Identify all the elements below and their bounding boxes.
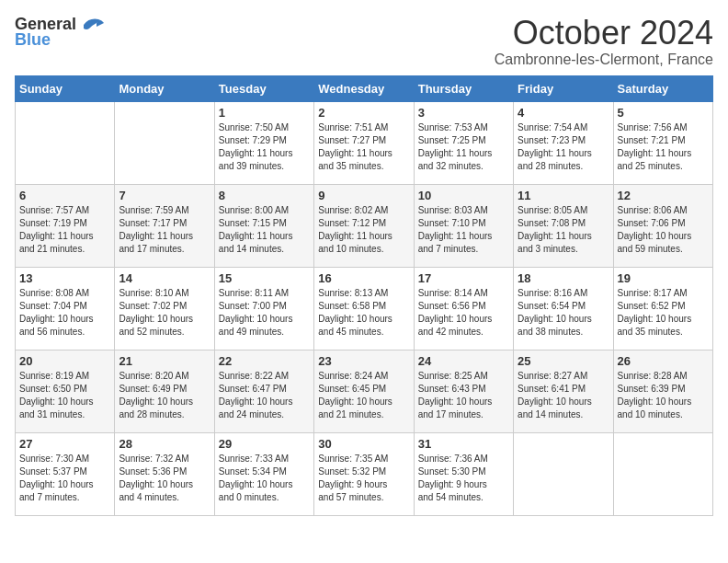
calendar-cell: 8Sunrise: 8:00 AM Sunset: 7:15 PM Daylig…: [214, 184, 313, 267]
calendar-cell: 20Sunrise: 8:19 AM Sunset: 6:50 PM Dayli…: [16, 350, 115, 432]
day-info: Sunrise: 7:53 AM Sunset: 7:25 PM Dayligh…: [418, 121, 509, 173]
day-info: Sunrise: 8:17 AM Sunset: 6:52 PM Dayligh…: [618, 287, 709, 339]
day-info: Sunrise: 8:28 AM Sunset: 6:39 PM Dayligh…: [618, 370, 709, 421]
calendar-cell: 1Sunrise: 7:50 AM Sunset: 7:29 PM Daylig…: [214, 101, 313, 184]
day-number: 18: [518, 271, 609, 285]
day-info: Sunrise: 7:50 AM Sunset: 7:29 PM Dayligh…: [219, 121, 310, 173]
calendar-cell: 9Sunrise: 8:02 AM Sunset: 7:12 PM Daylig…: [314, 184, 414, 267]
header-tuesday: Tuesday: [214, 75, 313, 101]
day-number: 24: [418, 354, 509, 368]
calendar-cell: 11Sunrise: 8:05 AM Sunset: 7:08 PM Dayli…: [514, 184, 613, 267]
calendar-cell: 12Sunrise: 8:06 AM Sunset: 7:06 PM Dayli…: [613, 184, 712, 267]
day-number: 20: [19, 354, 110, 368]
day-info: Sunrise: 7:32 AM Sunset: 5:36 PM Dayligh…: [119, 453, 210, 504]
day-number: 31: [418, 437, 509, 451]
header-saturday: Saturday: [613, 75, 712, 101]
day-number: 11: [518, 189, 609, 202]
calendar-cell: 22Sunrise: 8:22 AM Sunset: 6:47 PM Dayli…: [214, 350, 313, 432]
month-title: October 2024: [495, 15, 713, 52]
day-number: 16: [318, 271, 409, 285]
day-number: 28: [119, 437, 210, 451]
page-header: General Blue October 2024 Cambronne-les-…: [15, 15, 713, 68]
calendar-cell: 13Sunrise: 8:08 AM Sunset: 7:04 PM Dayli…: [16, 267, 115, 350]
day-info: Sunrise: 8:11 AM Sunset: 7:00 PM Dayligh…: [219, 287, 310, 339]
calendar-cell: 3Sunrise: 7:53 AM Sunset: 7:25 PM Daylig…: [414, 101, 513, 184]
calendar-cell: [115, 101, 214, 184]
header-sunday: Sunday: [16, 75, 115, 101]
day-number: 2: [318, 106, 409, 120]
calendar-cell: 6Sunrise: 7:57 AM Sunset: 7:19 PM Daylig…: [16, 184, 115, 267]
calendar-table: SundayMondayTuesdayWednesdayThursdayFrid…: [15, 75, 713, 516]
title-section: October 2024 Cambronne-les-Clermont, Fra…: [495, 15, 713, 68]
calendar-cell: 31Sunrise: 7:36 AM Sunset: 5:30 PM Dayli…: [414, 432, 513, 515]
calendar-cell: 29Sunrise: 7:33 AM Sunset: 5:34 PM Dayli…: [214, 432, 313, 515]
header-monday: Monday: [115, 75, 214, 101]
calendar-cell: 5Sunrise: 7:56 AM Sunset: 7:21 PM Daylig…: [613, 101, 712, 184]
logo-blue-text: Blue: [15, 30, 51, 50]
day-number: 17: [418, 271, 509, 285]
week-row-3: 13Sunrise: 8:08 AM Sunset: 7:04 PM Dayli…: [16, 267, 713, 350]
day-number: 10: [418, 189, 509, 202]
day-number: 30: [318, 437, 409, 451]
calendar-cell: 19Sunrise: 8:17 AM Sunset: 6:52 PM Dayli…: [613, 267, 712, 350]
day-info: Sunrise: 8:08 AM Sunset: 7:04 PM Dayligh…: [19, 287, 110, 339]
day-info: Sunrise: 7:59 AM Sunset: 7:17 PM Dayligh…: [119, 204, 210, 256]
calendar-cell: 28Sunrise: 7:32 AM Sunset: 5:36 PM Dayli…: [115, 432, 214, 515]
day-info: Sunrise: 7:54 AM Sunset: 7:23 PM Dayligh…: [518, 121, 609, 173]
day-info: Sunrise: 8:13 AM Sunset: 6:58 PM Dayligh…: [318, 287, 409, 339]
day-number: 19: [618, 271, 709, 285]
day-number: 8: [219, 189, 310, 202]
day-info: Sunrise: 7:30 AM Sunset: 5:37 PM Dayligh…: [19, 453, 110, 504]
calendar-cell: 7Sunrise: 7:59 AM Sunset: 7:17 PM Daylig…: [115, 184, 214, 267]
calendar-cell: 26Sunrise: 8:28 AM Sunset: 6:39 PM Dayli…: [613, 350, 712, 432]
day-number: 21: [119, 354, 210, 368]
day-number: 1: [219, 106, 310, 120]
calendar-cell: 10Sunrise: 8:03 AM Sunset: 7:10 PM Dayli…: [414, 184, 513, 267]
week-row-5: 27Sunrise: 7:30 AM Sunset: 5:37 PM Dayli…: [16, 432, 713, 515]
day-number: 4: [518, 106, 609, 120]
location-subtitle: Cambronne-les-Clermont, France: [495, 52, 713, 68]
day-number: 29: [219, 437, 310, 451]
calendar-cell: 27Sunrise: 7:30 AM Sunset: 5:37 PM Dayli…: [16, 432, 115, 515]
day-number: 7: [119, 189, 210, 202]
day-number: 9: [318, 189, 409, 202]
day-number: 14: [119, 271, 210, 285]
logo: General Blue: [15, 15, 106, 50]
calendar-cell: 4Sunrise: 7:54 AM Sunset: 7:23 PM Daylig…: [514, 101, 613, 184]
day-number: 27: [19, 437, 110, 451]
day-info: Sunrise: 8:25 AM Sunset: 6:43 PM Dayligh…: [418, 370, 509, 421]
day-info: Sunrise: 7:33 AM Sunset: 5:34 PM Dayligh…: [219, 453, 310, 504]
calendar-cell: 14Sunrise: 8:10 AM Sunset: 7:02 PM Dayli…: [115, 267, 214, 350]
day-number: 12: [618, 189, 709, 202]
day-number: 15: [219, 271, 310, 285]
calendar-cell: 24Sunrise: 8:25 AM Sunset: 6:43 PM Dayli…: [414, 350, 513, 432]
day-info: Sunrise: 7:36 AM Sunset: 5:30 PM Dayligh…: [418, 453, 509, 504]
day-number: 13: [19, 271, 110, 285]
calendar-header-row: SundayMondayTuesdayWednesdayThursdayFrid…: [16, 75, 713, 101]
day-info: Sunrise: 7:57 AM Sunset: 7:19 PM Dayligh…: [19, 204, 110, 256]
calendar-cell: [514, 432, 613, 515]
day-info: Sunrise: 8:27 AM Sunset: 6:41 PM Dayligh…: [518, 370, 609, 421]
day-number: 3: [418, 106, 509, 120]
day-info: Sunrise: 7:51 AM Sunset: 7:27 PM Dayligh…: [318, 121, 409, 173]
calendar-cell: 30Sunrise: 7:35 AM Sunset: 5:32 PM Dayli…: [314, 432, 414, 515]
day-info: Sunrise: 8:16 AM Sunset: 6:54 PM Dayligh…: [518, 287, 609, 339]
day-info: Sunrise: 7:35 AM Sunset: 5:32 PM Dayligh…: [318, 453, 409, 504]
day-number: 25: [518, 354, 609, 368]
calendar-cell: 17Sunrise: 8:14 AM Sunset: 6:56 PM Dayli…: [414, 267, 513, 350]
calendar-cell: 15Sunrise: 8:11 AM Sunset: 7:00 PM Dayli…: [214, 267, 313, 350]
calendar-cell: [16, 101, 115, 184]
day-info: Sunrise: 8:00 AM Sunset: 7:15 PM Dayligh…: [219, 204, 310, 256]
calendar-cell: 18Sunrise: 8:16 AM Sunset: 6:54 PM Dayli…: [514, 267, 613, 350]
header-wednesday: Wednesday: [314, 75, 414, 101]
day-info: Sunrise: 8:02 AM Sunset: 7:12 PM Dayligh…: [318, 204, 409, 256]
day-info: Sunrise: 8:10 AM Sunset: 7:02 PM Dayligh…: [119, 287, 210, 339]
logo-bird-icon: [80, 16, 106, 34]
day-number: 5: [618, 106, 709, 120]
day-info: Sunrise: 8:03 AM Sunset: 7:10 PM Dayligh…: [418, 204, 509, 256]
week-row-4: 20Sunrise: 8:19 AM Sunset: 6:50 PM Dayli…: [16, 350, 713, 432]
day-info: Sunrise: 8:06 AM Sunset: 7:06 PM Dayligh…: [618, 204, 709, 256]
day-info: Sunrise: 8:14 AM Sunset: 6:56 PM Dayligh…: [418, 287, 509, 339]
calendar-cell: 2Sunrise: 7:51 AM Sunset: 7:27 PM Daylig…: [314, 101, 414, 184]
day-number: 22: [219, 354, 310, 368]
